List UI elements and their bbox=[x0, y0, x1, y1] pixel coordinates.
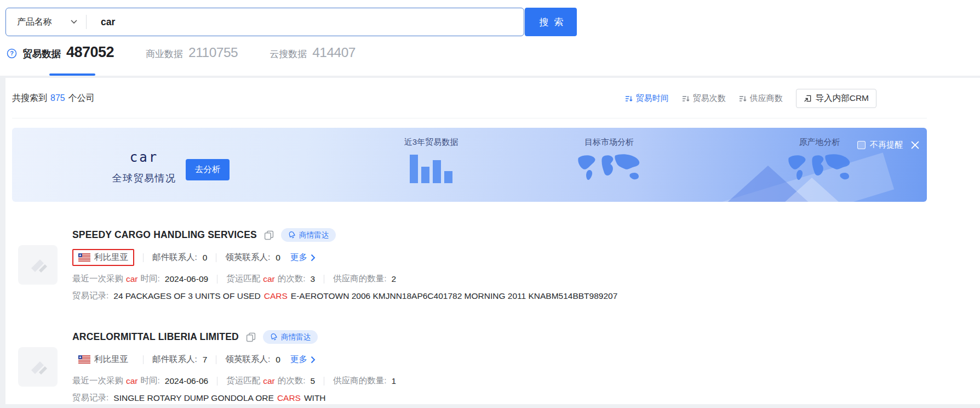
trade-record-text: 24 PACKAGES OF 3 UNITS OF USEDCARSE-AERO… bbox=[113, 291, 617, 301]
freight-label-suffix: 的次数: bbox=[278, 375, 306, 387]
bar-chart-icon bbox=[365, 154, 497, 183]
sort-descending-icon bbox=[682, 95, 690, 103]
banner-keyword: car bbox=[106, 150, 182, 165]
chevron-right-icon bbox=[311, 254, 316, 262]
copy-icon[interactable] bbox=[246, 332, 256, 342]
search-box: 产品名称 bbox=[5, 8, 524, 36]
chevron-down-icon bbox=[71, 20, 77, 24]
country-tag: 利比里亚 bbox=[72, 351, 134, 368]
found-suffix: 个公司 bbox=[68, 93, 95, 103]
freight-count-value: 5 bbox=[311, 376, 316, 386]
tab-count: 2110755 bbox=[188, 45, 238, 60]
banner-section-label: 目标市场分析 bbox=[543, 137, 675, 148]
keyword-highlight: car bbox=[126, 274, 138, 284]
search-bar: 产品名称 搜索 bbox=[5, 8, 577, 36]
email-contacts-value: 0 bbox=[203, 253, 208, 263]
divider bbox=[143, 355, 144, 364]
supplier-count-value: 2 bbox=[391, 274, 396, 284]
email-contacts-value: 7 bbox=[203, 355, 208, 365]
country-name: 利比里亚 bbox=[94, 252, 128, 263]
company-name[interactable]: ARCELORMITTAL LIBERIA LIMITED bbox=[72, 331, 239, 343]
flag-liberia-icon bbox=[78, 355, 90, 364]
linkedin-contacts-value: 0 bbox=[276, 355, 280, 365]
freight-label-prefix: 货运匹配 bbox=[226, 375, 260, 387]
divider bbox=[217, 377, 217, 386]
tab-business-data[interactable]: 商业数据 2110755 bbox=[146, 45, 238, 60]
logo-placeholder-icon bbox=[26, 253, 50, 277]
divider bbox=[143, 253, 144, 262]
banner-section-target-market: 目标市场分析 bbox=[543, 137, 675, 184]
more-label: 更多 bbox=[290, 252, 307, 263]
search-button[interactable]: 搜索 bbox=[525, 8, 577, 36]
more-link[interactable]: 更多 bbox=[290, 252, 316, 263]
more-link[interactable]: 更多 bbox=[290, 354, 316, 365]
radar-bell-icon bbox=[287, 230, 297, 240]
search-input[interactable] bbox=[87, 8, 524, 36]
results-panel: 共搜索到875个公司 贸易时间 贸易次数 bbox=[5, 78, 980, 404]
logo-placeholder-icon bbox=[26, 355, 50, 379]
tab-count: 414407 bbox=[312, 45, 356, 60]
tab-label: 贸易数据 bbox=[22, 47, 61, 60]
close-icon[interactable] bbox=[911, 141, 919, 149]
company-count: 875 bbox=[50, 93, 65, 103]
banner-dismiss: 不再提醒 bbox=[857, 140, 919, 150]
import-crm-button[interactable]: 导入内部CRM bbox=[796, 89, 876, 108]
freight-label-prefix: 货运匹配 bbox=[226, 273, 260, 285]
search-category-select[interactable]: 产品名称 bbox=[6, 16, 86, 28]
company-name[interactable]: SPEEDY CARGO HANDLING SERVICES bbox=[72, 229, 257, 241]
country-tag-highlighted: 利比里亚 bbox=[72, 249, 134, 266]
copy-icon[interactable] bbox=[264, 230, 274, 240]
purchase-label-prefix: 最近一次采购 bbox=[72, 375, 123, 387]
email-contacts-label: 邮件联系人: bbox=[152, 354, 197, 365]
question-circle-icon[interactable]: ? bbox=[7, 48, 17, 59]
company-logo[interactable] bbox=[18, 245, 58, 285]
freight-label-suffix: 的次数: bbox=[278, 273, 306, 285]
sort-supplier-count[interactable]: 供应商数 bbox=[739, 93, 783, 104]
data-tabs: ? 贸易数据 487052 商业数据 2110755 云搜数据 414407 bbox=[7, 44, 356, 61]
divider bbox=[324, 377, 324, 386]
country-name: 利比里亚 bbox=[94, 354, 128, 365]
banner-section-label: 近3年贸易数据 bbox=[365, 137, 497, 148]
svg-text:?: ? bbox=[10, 50, 14, 56]
tab-cloud-search-data[interactable]: 云搜数据 414407 bbox=[270, 45, 356, 60]
trade-record-before: SINGLE ROTARY DUMP GONDOLA ORE bbox=[113, 393, 274, 403]
banner-section-trade-3yr: 近3年贸易数据 bbox=[365, 137, 497, 183]
active-tab-indicator bbox=[49, 73, 95, 76]
top-bar: 产品名称 搜索 ? 贸易数据 487052 商业数据 2110755 云搜数据 … bbox=[0, 0, 980, 76]
tab-label: 商业数据 bbox=[146, 48, 183, 60]
analyze-button[interactable]: 去分析 bbox=[186, 159, 230, 180]
import-crm-label: 导入内部CRM bbox=[816, 93, 869, 104]
radar-badge[interactable]: 商情雷达 bbox=[263, 330, 318, 344]
radar-badge[interactable]: 商情雷达 bbox=[281, 228, 336, 242]
dismiss-checkbox[interactable] bbox=[857, 141, 866, 149]
company-result: SPEEDY CARGO HANDLING SERVICES 商情雷达 bbox=[18, 228, 927, 302]
import-crm-icon bbox=[804, 94, 812, 103]
analysis-banner: car 全球贸易情况 去分析 近3年贸易数据 目标市场分析 bbox=[12, 128, 927, 202]
sort-trade-time[interactable]: 贸易时间 bbox=[625, 93, 669, 104]
results-header: 共搜索到875个公司 贸易时间 贸易次数 bbox=[12, 78, 927, 118]
flag-liberia-icon bbox=[78, 253, 90, 262]
trade-record-label: 贸易记录: bbox=[72, 392, 108, 404]
trade-record-after: E-AEROTOWN 2006 KMJNN18AP6C401782 MORNIN… bbox=[291, 291, 617, 301]
sort-trade-count[interactable]: 贸易次数 bbox=[682, 93, 726, 104]
radar-badge-label: 商情雷达 bbox=[281, 332, 311, 342]
search-category-label: 产品名称 bbox=[17, 16, 52, 28]
sort-label: 贸易时间 bbox=[636, 93, 669, 104]
purchase-date-value: 2024-06-09 bbox=[165, 274, 208, 284]
purchase-label-suffix: 时间: bbox=[141, 375, 160, 387]
banner-keyword-block: car 全球贸易情况 bbox=[106, 150, 182, 185]
divider bbox=[324, 275, 324, 284]
linkedin-contacts-label: 领英联系人: bbox=[225, 354, 270, 365]
tab-count: 487052 bbox=[66, 44, 114, 61]
keyword-highlight: car bbox=[126, 376, 138, 386]
dismiss-label: 不再提醒 bbox=[870, 140, 903, 150]
world-map-icon bbox=[575, 152, 644, 184]
company-logo[interactable] bbox=[18, 347, 58, 387]
sort-label: 供应商数 bbox=[750, 93, 783, 104]
keyword-highlight: CARS bbox=[277, 393, 301, 403]
company-result: ARCELORMITTAL LIBERIA LIMITED 商情雷达 bbox=[18, 330, 927, 404]
tab-trade-data[interactable]: ? 贸易数据 487052 bbox=[7, 44, 114, 61]
keyword-highlight: CARS bbox=[264, 291, 288, 301]
purchase-label-prefix: 最近一次采购 bbox=[72, 273, 123, 285]
more-label: 更多 bbox=[290, 354, 307, 365]
